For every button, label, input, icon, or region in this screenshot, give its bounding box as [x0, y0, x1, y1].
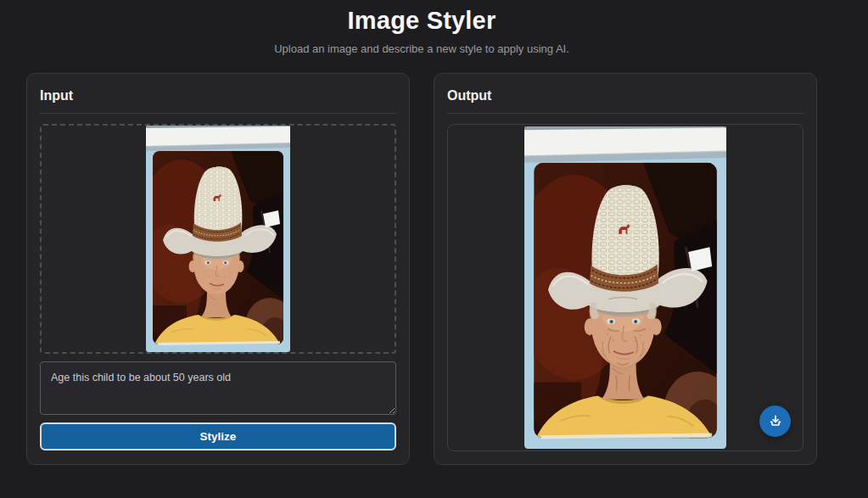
image-dropzone[interactable] [40, 124, 396, 354]
output-heading-divider [447, 113, 804, 114]
output-panel-heading: Output [447, 88, 804, 104]
output-image-container [447, 124, 804, 451]
input-image [146, 126, 290, 352]
output-image [524, 126, 726, 449]
input-panel-heading: Input [40, 88, 396, 104]
stylize-button[interactable]: Stylize [40, 422, 396, 450]
input-panel: Input Age this child to be about 50 year… [26, 73, 410, 465]
download-button[interactable] [759, 406, 791, 437]
page-title: Image Styler [26, 7, 817, 35]
page-subtitle: Upload an image and describe a new style… [26, 42, 817, 55]
page-content: Image Styler Upload an image and describ… [26, 0, 817, 465]
input-heading-divider [40, 113, 396, 114]
app-header: Image Styler Upload an image and describ… [26, 0, 817, 55]
output-panel: Output [434, 73, 817, 465]
download-icon [767, 413, 784, 430]
panels-row: Input Age this child to be about 50 year… [26, 73, 817, 465]
style-prompt-input[interactable]: Age this child to be about 50 years old [40, 361, 396, 415]
